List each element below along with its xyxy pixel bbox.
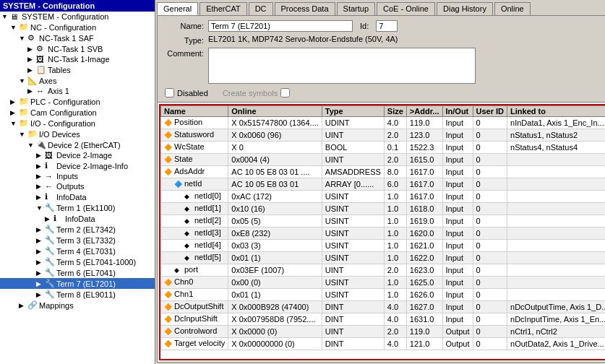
tree-item-term-2--el7342-[interactable]: ▶🔧Term 2 (EL7342) <box>0 224 155 235</box>
name-input[interactable] <box>208 20 353 32</box>
cell-addr: 1622.0 <box>406 252 442 264</box>
expand-icon[interactable]: ▼ <box>27 142 36 149</box>
tree-item-term-1--ek1100-[interactable]: ▼🔧Term 1 (Ek1100) <box>0 202 155 213</box>
expand-icon[interactable]: ▼ <box>19 77 27 84</box>
tree-item-term-6--el7041-[interactable]: ▶🔧Term 6 (EL7041) <box>0 267 155 278</box>
cell-inout: Output <box>442 326 473 338</box>
table-row[interactable]: 🔷netIdAC 10 05 E8 03 01ARRAY [0......6.0… <box>161 178 606 191</box>
expand-icon[interactable]: ▶ <box>36 152 45 159</box>
tree-item-device-2-image[interactable]: ▶🖼Device 2-Image <box>0 150 155 160</box>
tree-item-infodata[interactable]: ▶ℹInfoData <box>0 213 155 224</box>
table-row[interactable]: 🔶Chn00x00 (0)USINT1.01625.0Input0 <box>161 277 606 289</box>
expand-icon[interactable]: ▶ <box>36 226 45 233</box>
expand-icon[interactable]: ▶ <box>27 87 36 95</box>
expand-icon[interactable]: ▶ <box>27 46 36 53</box>
tree-item-term-7--el7201-[interactable]: ▶🔧Term 7 (EL7201) <box>0 278 155 289</box>
expand-icon[interactable]: ▶ <box>36 269 45 277</box>
table-row[interactable]: 🔶DcOutputShiftX 0x000B928 (47400)DINT4.0… <box>161 301 606 313</box>
expand-icon[interactable]: ▼ <box>10 24 19 31</box>
table-row[interactable]: ◆netId[5]0x01 (1)USINT1.01622.0Input0 <box>161 252 606 264</box>
cell-online: 0xE8 (232) <box>228 228 322 240</box>
cell-name: ◆port <box>161 264 228 277</box>
expand-icon[interactable]: ▶ <box>19 302 27 309</box>
table-row[interactable]: ◆netId[2]0x05 (5)USINT1.01619.0Input0 <box>161 215 606 228</box>
row-name-text: netId[0] <box>194 191 221 200</box>
table-row[interactable]: 🔶ControlwordX 0x0000 (0)UINT2.0119.0Outp… <box>161 326 606 338</box>
cell-addr: 1618.0 <box>406 203 442 215</box>
table-row[interactable]: 🔶AdsAddrAC 10 05 E8 03 01 ....AMSADDRESS… <box>161 166 606 178</box>
tab-dc[interactable]: DC <box>249 2 273 15</box>
table-row[interactable]: 🔶PositionX 0x515747800 (1364....UDINT4.0… <box>161 117 606 129</box>
tree-item-i/o---configuration[interactable]: ▼📁I/O - Configuration <box>0 118 155 129</box>
tab-diag-history[interactable]: Diag History <box>437 2 493 15</box>
table-row[interactable]: 🔶State0x0004 (4)UINT2.01615.0Input0 <box>161 154 606 166</box>
disabled-checkbox[interactable] <box>165 88 174 98</box>
table-row[interactable]: ◆netId[4]0x03 (3)USINT1.01621.0Input0 <box>161 240 606 252</box>
id-input[interactable] <box>376 20 398 32</box>
cell-online: X 0x00000000 (0) <box>228 338 322 350</box>
table-row[interactable]: ◆netId[3]0xE8 (232)USINT1.01620.0Input0 <box>161 228 606 240</box>
expand-icon[interactable]: ▶ <box>36 162 45 170</box>
expand-icon[interactable]: ▶ <box>27 56 36 63</box>
tree-item-term-3--el7332-[interactable]: ▶🔧Term 3 (EL7332) <box>0 235 155 246</box>
tree-item-label: Term 5 (EL7041-1000) <box>56 258 136 266</box>
tree-item-system---configuration[interactable]: ▼🖥SYSTEM - Configuration <box>0 12 155 22</box>
expand-icon[interactable]: ▶ <box>45 215 53 222</box>
tree-item-infodata[interactable]: ▶ℹInfoData <box>0 191 155 202</box>
expand-icon[interactable]: ▼ <box>10 120 19 127</box>
tree-item-device-2--ethercat-[interactable]: ▼🔌Device 2 (EtherCAT) <box>0 139 155 150</box>
table-row[interactable]: 🔶WcStateX 0BOOL0.11522.3Input0nStatus4, … <box>161 142 606 154</box>
tree-item-nc---configuration[interactable]: ▼📁NC - Configuration <box>0 22 155 32</box>
tree-item-label: Tables <box>48 66 71 74</box>
expand-icon[interactable]: ▶ <box>36 183 45 190</box>
expand-icon[interactable]: ▶ <box>10 98 19 105</box>
tree-item-inputs[interactable]: ▶→Inputs <box>0 171 155 181</box>
expand-icon[interactable]: ▼ <box>1 13 10 20</box>
expand-icon[interactable]: ▼ <box>36 204 45 212</box>
table-row[interactable]: ◆netId[1]0x10 (16)USINT1.01618.0Input0 <box>161 203 606 215</box>
tab-ethercat[interactable]: EtherCAT <box>199 2 246 15</box>
tree-item-axis-1[interactable]: ▶↔Axis 1 <box>0 86 155 96</box>
cell-userid: 0 <box>473 142 507 154</box>
expand-icon[interactable]: ▶ <box>36 259 45 266</box>
tree-item-nc-task-1-svb[interactable]: ▶⚙NC-Task 1 SVB <box>0 43 155 54</box>
tree-item-tables[interactable]: ▶📋Tables <box>0 64 155 75</box>
expand-icon[interactable]: ▼ <box>19 131 27 138</box>
tree-item-nc-task-1-image[interactable]: ▶🖼NC-Task 1-Image <box>0 54 155 64</box>
tree-item-outputs[interactable]: ▶←Outputs <box>0 181 155 191</box>
tree-item-nc-task-1-saf[interactable]: ▼⚙NC-Task 1 SAF <box>0 32 155 43</box>
tree-item-cam-configuration[interactable]: ▶📁Cam Configuration <box>0 107 155 118</box>
table-row[interactable]: 🔶Target velocityX 0x00000000 (0)DINT4.01… <box>161 338 606 350</box>
expand-icon[interactable]: ▶ <box>36 291 45 298</box>
table-row[interactable]: 🔶DcInputShiftX 0x007958D8 (7952....DINT4… <box>161 313 606 326</box>
tree-item-term-5--el7041-1000-[interactable]: ▶🔧Term 5 (EL7041-1000) <box>0 256 155 267</box>
table-row[interactable]: ◆netId[0]0xAC (172)USINT1.01617.0Input0 <box>161 191 606 203</box>
expand-icon[interactable]: ▶ <box>27 66 36 74</box>
tab-general[interactable]: General <box>157 2 198 15</box>
expand-icon[interactable]: ▶ <box>36 173 45 180</box>
tab-coe---online[interactable]: CoE - Online <box>377 2 435 15</box>
expand-icon[interactable]: ▶ <box>36 248 45 255</box>
tree-item-plc---configuration[interactable]: ▶📁PLC - Configuration <box>0 96 155 107</box>
table-row[interactable]: 🔶Chn10x01 (1)USINT1.01626.0Input0 <box>161 289 606 301</box>
tree-item-i/o-devices[interactable]: ▼📁I/O Devices <box>0 129 155 139</box>
comment-input[interactable] <box>208 48 476 84</box>
cell-online: X 0x0000 (0) <box>228 326 322 338</box>
expand-icon[interactable]: ▶ <box>36 194 45 201</box>
expand-icon[interactable]: ▼ <box>19 35 27 42</box>
image-icon: 🖼 <box>36 55 48 64</box>
expand-icon[interactable]: ▶ <box>10 109 19 116</box>
table-row[interactable]: ◆port0x03EF (1007)UINT2.01623.0Input0 <box>161 264 606 277</box>
tree-item-device-2-image-info[interactable]: ▶ℹDevice 2-Image-Info <box>0 160 155 171</box>
tree-item-term-8--el9011-[interactable]: ▶🔧Term 8 (EL9011) <box>0 289 155 300</box>
expand-icon[interactable]: ▶ <box>36 237 45 244</box>
tree-item-axes[interactable]: ▼📐Axes <box>0 75 155 86</box>
tab-online[interactable]: Online <box>494 2 531 15</box>
tab-process-data[interactable]: Process Data <box>275 2 335 15</box>
tab-startup[interactable]: Startup <box>337 2 375 15</box>
tree-item-term-4--el7031-[interactable]: ▶🔧Term 4 (EL7031) <box>0 246 155 256</box>
tree-item-mappings[interactable]: ▶🔗Mappings <box>0 300 155 311</box>
table-row[interactable]: 🔶StatuswordX 0x0060 (96)UINT2.0123.0Inpu… <box>161 129 606 142</box>
expand-icon[interactable]: ▶ <box>36 280 45 287</box>
create-symbols-checkbox[interactable] <box>280 88 290 98</box>
